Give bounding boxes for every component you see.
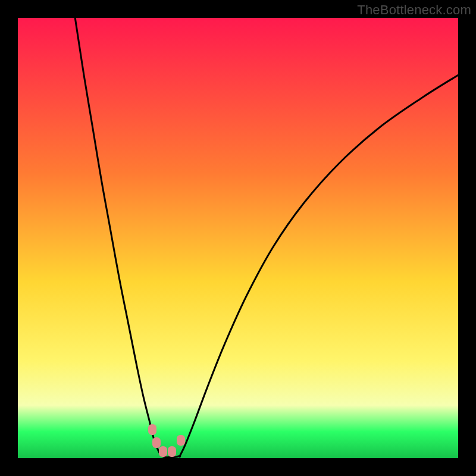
valley-marker	[148, 424, 156, 435]
chart-frame: TheBottleneck.com	[0, 0, 476, 476]
valley-marker	[168, 446, 176, 457]
plot-area	[18, 18, 458, 458]
bottleneck-curve	[18, 18, 458, 458]
valley-marker	[152, 437, 161, 448]
valley-marker	[177, 435, 185, 446]
watermark-text: TheBottleneck.com	[357, 2, 471, 18]
valley-marker	[159, 446, 167, 457]
